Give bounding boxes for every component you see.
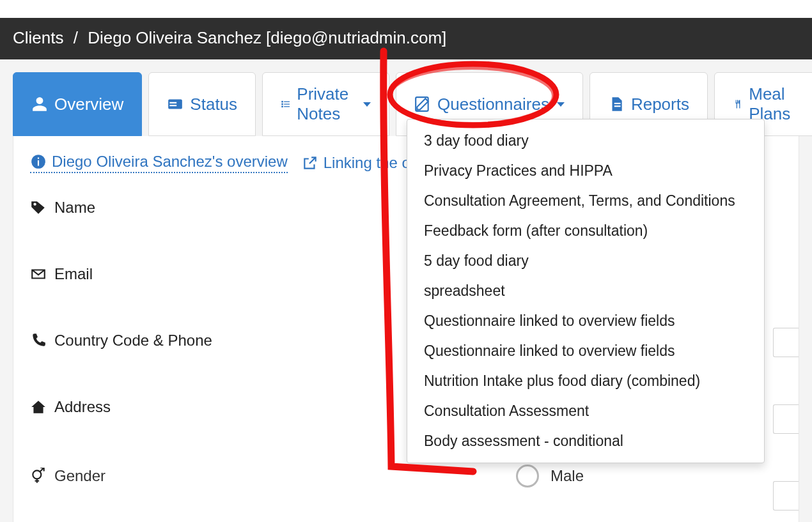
linking-external-link-label: Linking the o [324,154,410,172]
dropdown-item[interactable]: Questionnaire linked to overview fields [407,336,764,366]
input-stub[interactable] [773,481,799,510]
gender-option-male-label: Male [550,467,584,485]
breadcrumb-root[interactable]: Clients [13,28,63,47]
dropdown-item[interactable]: spreadsheet [407,276,764,306]
client-overview-link-label: Diego Oliveira Sanchez's overview [52,153,288,171]
chevron-down-icon [557,102,565,107]
svg-rect-7 [281,106,283,108]
home-icon [30,399,47,415]
field-phone-label: Country Code & Phone [54,332,212,349]
external-link-icon [302,155,318,171]
svg-rect-1 [170,102,177,104]
svg-rect-0 [169,99,183,109]
svg-rect-13 [38,160,39,166]
dropdown-item[interactable]: 5 day food diary [407,246,764,276]
tab-questionnaires-label: Questionnaires [437,95,549,114]
questionnaires-dropdown: 3 day food diary Privacy Practices and H… [407,119,765,463]
edit-icon [414,96,431,112]
tab-private-notes-label: Private Notes [297,84,355,124]
id-card-icon [167,96,183,112]
dropdown-item[interactable]: Feedback form (after consultation) [407,216,764,246]
info-circle-icon [30,153,47,170]
chevron-down-icon [363,102,371,107]
svg-point-15 [33,203,36,205]
field-gender: Gender [30,467,516,485]
input-stub[interactable] [773,328,799,357]
field-address-label: Address [54,398,111,416]
dropdown-item[interactable]: Body assessment - conditional [407,426,764,456]
svg-rect-3 [281,101,283,103]
window-top-spacer [0,0,812,18]
svg-rect-5 [281,104,283,105]
svg-rect-8 [284,106,290,107]
field-name-label: Name [54,199,95,217]
tag-icon [30,199,47,216]
tab-reports-label: Reports [631,95,689,114]
dropdown-item[interactable]: Consultation Assessment [407,396,764,426]
dropdown-item[interactable]: Questionnaire linked to overview fields [407,306,764,336]
tab-overview-label: Overview [54,95,123,114]
breadcrumb: Clients / Diego Oliveira Sanchez [diego@… [0,18,812,59]
dropdown-item[interactable]: 3 day food diary [407,126,764,156]
file-icon [608,96,625,112]
tab-overview[interactable]: Overview [13,72,142,136]
gender-icon [30,468,47,484]
field-email-label: Email [54,265,93,283]
right-edge-input-stubs [773,328,799,522]
dropdown-item[interactable]: Consultation Agreement, Terms, and Condi… [407,186,764,216]
field-gender-label: Gender [54,467,105,485]
input-stub[interactable] [773,404,799,434]
svg-rect-14 [38,158,39,159]
svg-rect-4 [284,102,290,102]
envelope-icon [30,266,47,282]
breadcrumb-client: Diego Oliveira Sanchez [diego@nutriadmin… [88,28,446,47]
client-overview-link[interactable]: Diego Oliveira Sanchez's overview [30,153,288,173]
tab-status[interactable]: Status [148,72,256,136]
field-gender-row: Gender Male [30,464,782,487]
breadcrumb-sep: / [74,28,78,47]
svg-rect-2 [170,105,177,106]
dropdown-item[interactable]: Privacy Practices and HIPPA [407,156,764,186]
svg-rect-10 [614,103,621,104]
svg-rect-11 [614,105,621,107]
cutlery-icon [733,96,742,112]
user-icon [31,96,48,112]
linking-external-link[interactable]: Linking the o [302,154,410,172]
list-icon [281,96,290,112]
tab-meal-plans-label: Meal Plans [749,84,797,124]
gender-option-male[interactable]: Male [516,464,584,487]
svg-rect-6 [284,104,290,104]
radio-male[interactable] [516,464,539,487]
tab-private-notes[interactable]: Private Notes [262,72,389,136]
phone-icon [30,332,47,349]
dropdown-item[interactable]: Nutrition Intake plus food diary (combin… [407,366,764,396]
tab-status-label: Status [190,95,237,114]
